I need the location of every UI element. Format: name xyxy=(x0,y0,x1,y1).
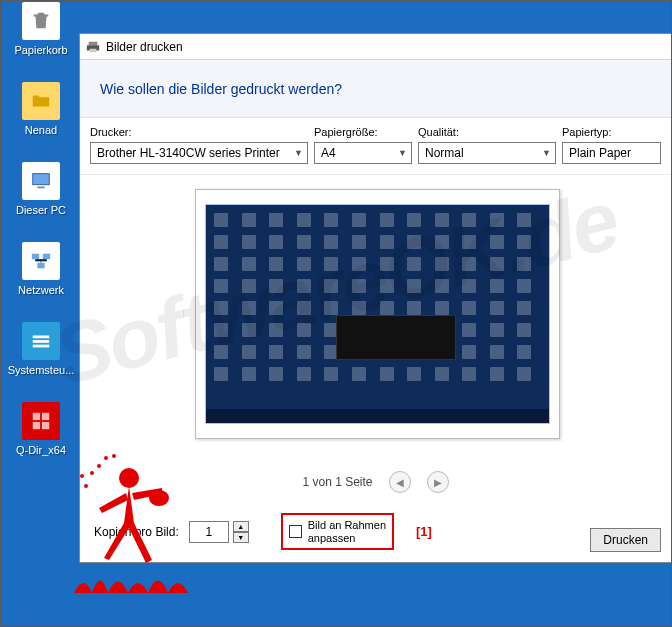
banner-heading: Wie sollen die Bilder gedruckt werden? xyxy=(80,60,671,118)
printer-icon xyxy=(86,40,100,54)
quality-select[interactable]: Normal ▼ xyxy=(418,142,556,164)
trash-icon xyxy=(22,2,60,40)
svg-rect-2 xyxy=(32,254,39,259)
copies-label: Kopien pro Bild: xyxy=(94,525,179,539)
copies-input[interactable] xyxy=(189,521,229,543)
quality-label: Qualität: xyxy=(418,126,556,138)
papertype-select[interactable]: Plain Paper xyxy=(562,142,661,164)
desktop-icon-label: Q-Dir_x64 xyxy=(6,444,76,456)
print-dialog: Bilder drucken Wie sollen die Bilder ged… xyxy=(79,33,672,563)
svg-rect-5 xyxy=(33,336,50,339)
printer-label: Drucker: xyxy=(90,126,308,138)
desktop-icon-control-panel[interactable]: Systemsteu... xyxy=(6,322,76,376)
svg-rect-9 xyxy=(42,413,49,420)
chevron-down-icon: ▼ xyxy=(294,148,303,158)
prev-page-button[interactable]: ◀ xyxy=(389,471,411,493)
quality-value: Normal xyxy=(425,146,464,160)
control-panel-icon xyxy=(22,322,60,360)
print-options-row: Drucker: Brother HL-3140CW series Printe… xyxy=(80,118,671,175)
computer-icon xyxy=(22,162,60,200)
papertype-label: Papiertyp: xyxy=(562,126,661,138)
svg-rect-1 xyxy=(37,187,44,189)
desktop-icon-label: Nenad xyxy=(6,124,76,136)
spin-up-button[interactable]: ▲ xyxy=(233,521,249,532)
network-icon xyxy=(22,242,60,280)
folder-icon xyxy=(22,82,60,120)
desktop-icon-recycle[interactable]: Papierkorb xyxy=(6,2,76,56)
papersize-value: A4 xyxy=(321,146,336,160)
papertype-value: Plain Paper xyxy=(569,146,631,160)
page-preview xyxy=(195,189,560,439)
bottom-bar: Kopien pro Bild: ▲ ▼ Bild an Rahmenanpas… xyxy=(80,505,671,562)
page-nav: 1 von 1 Seite ◀ ▶ xyxy=(80,465,671,505)
svg-rect-12 xyxy=(89,41,98,45)
svg-rect-7 xyxy=(33,345,50,348)
page-indicator: 1 von 1 Seite xyxy=(302,475,372,489)
papersize-label: Papiergröße: xyxy=(314,126,412,138)
printer-select[interactable]: Brother HL-3140CW series Printer ▼ xyxy=(90,142,308,164)
screenshot-image xyxy=(205,204,550,424)
chevron-down-icon: ▼ xyxy=(398,148,407,158)
desktop-icon-label: Dieser PC xyxy=(6,204,76,216)
svg-rect-11 xyxy=(42,422,49,429)
fit-to-frame-checkbox[interactable] xyxy=(289,525,302,538)
svg-rect-3 xyxy=(43,254,50,259)
desktop-icon-network[interactable]: Netzwerk xyxy=(6,242,76,296)
print-button[interactable]: Drucken xyxy=(590,528,661,552)
svg-rect-6 xyxy=(33,340,50,343)
svg-rect-8 xyxy=(33,413,40,420)
copies-stepper[interactable]: ▲ ▼ xyxy=(189,521,249,543)
chevron-down-icon: ▼ xyxy=(542,148,551,158)
titlebar[interactable]: Bilder drucken xyxy=(80,34,671,60)
app-icon xyxy=(22,402,60,440)
desktop-icon-label: Netzwerk xyxy=(6,284,76,296)
desktop-icon-label: Systemsteu... xyxy=(6,364,76,376)
desktop-icon-folder[interactable]: Nenad xyxy=(6,82,76,136)
fit-to-frame-checkbox-wrap: Bild an Rahmenanpassen xyxy=(281,513,394,550)
spin-down-button[interactable]: ▼ xyxy=(233,532,249,543)
desktop-icon-qdir[interactable]: Q-Dir_x64 xyxy=(6,402,76,456)
desktop-icon-this-pc[interactable]: Dieser PC xyxy=(6,162,76,216)
preview-area xyxy=(80,175,671,465)
next-page-button[interactable]: ▶ xyxy=(427,471,449,493)
fit-to-frame-label: Bild an Rahmenanpassen xyxy=(308,519,386,544)
printer-value: Brother HL-3140CW series Printer xyxy=(97,146,280,160)
svg-rect-4 xyxy=(37,263,44,269)
desktop-icon-label: Papierkorb xyxy=(6,44,76,56)
annotation-marker: [1] xyxy=(416,524,432,539)
papersize-select[interactable]: A4 ▼ xyxy=(314,142,412,164)
svg-rect-10 xyxy=(33,422,40,429)
dialog-title: Bilder drucken xyxy=(106,40,183,54)
svg-rect-14 xyxy=(90,48,97,52)
svg-rect-0 xyxy=(33,174,50,185)
